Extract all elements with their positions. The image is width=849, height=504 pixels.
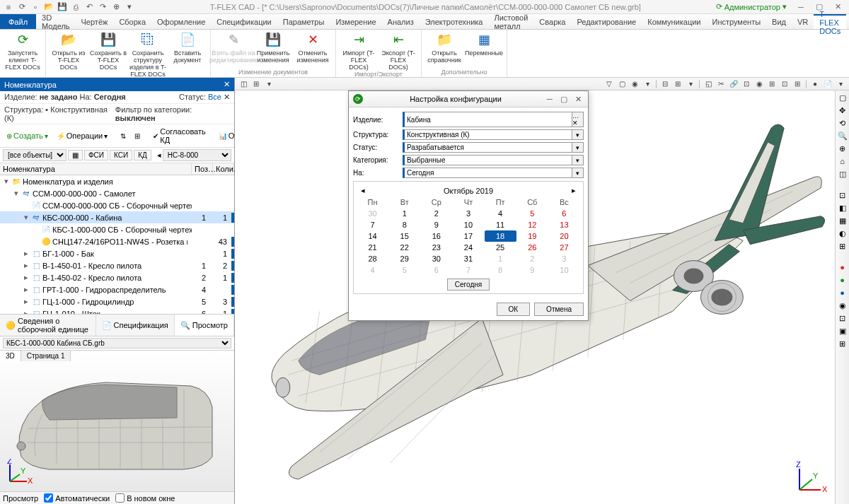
vtool-icon[interactable]: ⊡ — [779, 79, 790, 89]
tree-row[interactable]: ▸⬚ГЦ-1-010 - Шток61 — [0, 307, 234, 314]
menu-tab[interactable]: ЧПУ — [846, 14, 849, 29]
tool-icon[interactable]: ⊞ — [131, 131, 144, 141]
new-icon[interactable]: ▫ — [30, 1, 41, 13]
cal-day[interactable]: 6 — [420, 264, 452, 276]
btab-view[interactable]: 🔍Просмотр — [175, 315, 234, 336]
newwin-checkbox[interactable]: В новом окне — [115, 493, 175, 503]
field-dropdown-icon[interactable]: ▾ — [572, 142, 584, 153]
print-icon[interactable]: ⎙ — [70, 1, 81, 13]
cal-day[interactable]: 8 — [388, 219, 420, 230]
vtool-icon[interactable]: ✂ — [715, 79, 727, 89]
cal-day[interactable]: 24 — [452, 242, 484, 253]
save-icon[interactable]: 💾 — [57, 1, 68, 13]
tree-row[interactable]: ▸⬚ГРТ-1-000 - Гидрораспределитель4 — [0, 283, 234, 295]
field-dropdown-icon[interactable]: ▾ — [572, 155, 584, 165]
cal-day[interactable]: 15 — [388, 230, 420, 242]
cal-day[interactable]: 3 — [548, 253, 580, 264]
dialog-minimize-icon[interactable]: ─ — [544, 95, 555, 104]
menu-tab[interactable]: Анализ — [382, 14, 420, 29]
menu-tab[interactable]: Коммуникации — [642, 14, 706, 29]
menu-tab[interactable]: T-FLEX DOCs — [814, 14, 846, 29]
cal-day[interactable]: 7 — [357, 219, 388, 230]
vtool-icon[interactable]: ◱ — [703, 79, 714, 89]
dialog-titlebar[interactable]: ⟳ Настройка конфигурации ─ ▢ ✕ — [349, 91, 588, 107]
undo-icon[interactable]: ↶ — [83, 1, 95, 13]
tree-row[interactable]: ▸⬚БГ-1-000 - Бак1 — [0, 247, 234, 259]
minimize-icon[interactable]: ─ — [792, 3, 809, 11]
cal-day[interactable]: 17 — [452, 230, 484, 242]
import-button[interactable]: ⇥Импорт (T-FLEX DOCs) — [340, 31, 377, 71]
menu-tab[interactable]: Редактирование — [571, 14, 642, 29]
chip-kd[interactable]: КД — [134, 150, 151, 160]
menu-tab[interactable]: Чертёж — [76, 14, 114, 29]
rtool-icon[interactable]: ◉ — [837, 300, 848, 311]
open-icon[interactable]: 📂 — [43, 1, 54, 13]
dialog-close-icon[interactable]: ✕ — [572, 95, 584, 104]
export-button[interactable]: ⇤Экспорт (T-FLEX DOCs) — [380, 31, 417, 71]
cal-day[interactable]: 13 — [548, 219, 580, 230]
vtool-icon[interactable]: ▢ — [616, 79, 628, 89]
preview-3d[interactable]: 3D Страница 1 Z X Y — [0, 350, 234, 491]
cal-day[interactable]: 14 — [357, 230, 388, 242]
cal-today-button[interactable]: Сегодня — [447, 279, 490, 291]
cal-day[interactable]: 23 — [420, 242, 452, 253]
menu-tab[interactable]: Вид — [766, 14, 792, 29]
cal-day[interactable]: 22 — [388, 242, 420, 253]
save-to-button[interactable]: 💾Сохранить в T-FLEX DOCs — [90, 31, 127, 78]
cal-day[interactable]: 4 — [485, 208, 516, 219]
rtool-icon[interactable]: ● — [837, 274, 848, 286]
vtool-icon[interactable]: ● — [809, 79, 821, 89]
menu-tab[interactable]: Листовой металл — [488, 14, 533, 29]
dialog-ok-button[interactable]: ОК — [497, 303, 531, 316]
dialog-field-2[interactable] — [403, 142, 572, 153]
dialog-field-4[interactable] — [403, 168, 572, 178]
vtool-icon[interactable]: ▽ — [603, 79, 615, 89]
more-icon[interactable]: ▾ — [124, 1, 135, 13]
cal-day[interactable]: 31 — [452, 253, 484, 264]
dialog-cancel-button[interactable]: Отмена — [534, 303, 584, 316]
auto-checkbox[interactable]: Автоматически — [44, 493, 110, 503]
tree-row[interactable]: 🟡СНЦ147-24/16РО11-NW4S - Розетка кабельн… — [0, 235, 234, 247]
cal-day[interactable]: 6 — [548, 208, 580, 219]
cal-day[interactable]: 30 — [420, 253, 452, 264]
menu-tab[interactable]: Сборка — [113, 14, 151, 29]
vtool-icon[interactable]: ⊞ — [792, 79, 803, 89]
dialog-field-3[interactable] — [403, 155, 572, 165]
refresh-icon[interactable]: ⟳ — [16, 1, 28, 13]
cal-day[interactable]: 19 — [516, 230, 548, 242]
menu-tab[interactable]: Спецификации — [211, 14, 277, 29]
operations-button[interactable]: ⚡ Операции ▾ — [53, 130, 111, 141]
vars-button[interactable]: ▦Переменные — [466, 31, 502, 64]
rtool-icon[interactable]: ▣ — [837, 325, 848, 336]
left-icon[interactable]: ◂ — [157, 151, 161, 160]
tree-row[interactable]: ▾🛩ССМ-000-000-000 - Самолет — [0, 187, 234, 199]
preview-file-select[interactable]: КБС-1-000-000 Кабина СБ.grb — [3, 338, 231, 348]
menu-tab[interactable]: Электротехника — [420, 14, 489, 29]
rtool-icon[interactable]: ◫ — [837, 168, 848, 180]
approve-button[interactable]: ✔ Согласовать КД — [149, 126, 209, 146]
vtool-icon[interactable]: ◉ — [753, 79, 765, 89]
launch-client-button[interactable]: ⟳Запустить клиент T-FLEX DOCs — [4, 31, 41, 71]
take-edit-button[interactable]: ✎Взять файл на редактирование — [215, 31, 252, 64]
rtool-icon[interactable]: ◧ — [837, 202, 848, 213]
cal-day[interactable]: 3 — [452, 208, 484, 219]
tree-row[interactable]: 📄ССМ-000-000-000 СБ - Сборочный чертеж — [0, 199, 234, 211]
tree-row[interactable]: ▾🛩КБС-000-000 - Кабина11 — [0, 211, 234, 223]
btab-spec[interactable]: 📄Спецификация — [96, 315, 175, 336]
menu-tab[interactable]: VR — [792, 14, 814, 29]
rtool-icon[interactable]: ● — [837, 262, 848, 273]
create-button[interactable]: ⊕ Создать ▾ — [3, 130, 52, 141]
cal-day[interactable]: 16 — [420, 230, 452, 242]
cal-day[interactable]: 2 — [516, 253, 548, 264]
cal-next-icon[interactable]: ▸ — [567, 186, 580, 195]
cal-day[interactable]: 8 — [485, 264, 516, 276]
cancel-ch-button[interactable]: ✕Отменить изменения — [294, 31, 331, 64]
tab-3d[interactable]: 3D — [0, 351, 21, 361]
cal-day[interactable]: 5 — [516, 208, 548, 219]
dialog-field-0[interactable] — [403, 112, 572, 127]
open-ref-button[interactable]: 📁Открыть справочник — [426, 31, 463, 64]
cal-day[interactable]: 1 — [485, 253, 516, 264]
vtool-icon[interactable]: ▾ — [835, 79, 846, 89]
filter-objects[interactable]: [все объекты] — [3, 149, 67, 161]
menu-tab[interactable]: 3D Модель — [36, 14, 75, 29]
